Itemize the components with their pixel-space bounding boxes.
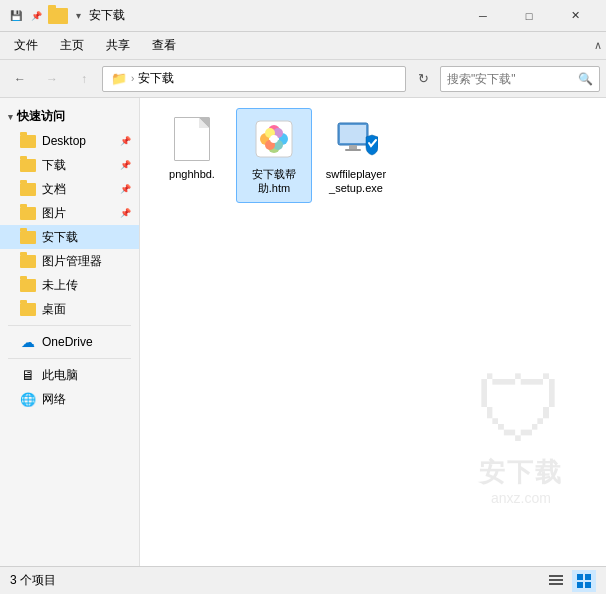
watermark: 🛡 安下载 anxz.com: [476, 365, 566, 506]
svg-rect-18: [577, 574, 583, 580]
file-label-pnghhbd: pnghhbd.: [169, 167, 215, 181]
svg-point-10: [270, 135, 278, 143]
minimize-button[interactable]: ─: [460, 0, 506, 32]
quick-access-header[interactable]: ▾ 快速访问: [0, 104, 139, 129]
sidebar-anxiazai-label: 安下载: [42, 229, 78, 246]
quick-access-label: 快速访问: [17, 108, 65, 125]
sidebar-item-anxiazai[interactable]: 安下载: [0, 225, 139, 249]
menu-file[interactable]: 文件: [4, 33, 48, 58]
sidebar-item-pictures[interactable]: 图片 📌: [0, 201, 139, 225]
sidebar-unuploaded-label: 未上传: [42, 277, 78, 294]
svg-rect-13: [349, 145, 357, 149]
main-area: ▾ 快速访问 Desktop 📌 下载 📌 文档 📌: [0, 98, 606, 566]
view-controls: [544, 570, 596, 592]
file-item-pnghhbd[interactable]: pnghhbd.: [154, 108, 230, 188]
search-input[interactable]: [447, 72, 574, 86]
pin-icon-documents: 📌: [120, 184, 131, 194]
file-area[interactable]: 🛡 安下载 anxz.com pnghhbd.: [140, 98, 606, 566]
menu-home[interactable]: 主页: [50, 33, 94, 58]
watermark-shield-icon: 🛡: [476, 365, 566, 455]
pin-top-icon[interactable]: 📌: [28, 8, 44, 24]
onedrive-icon: ☁: [20, 334, 36, 350]
menu-view[interactable]: 查看: [142, 33, 186, 58]
menu-share[interactable]: 共享: [96, 33, 140, 58]
sidebar-item-downloads[interactable]: 下载 📌: [0, 153, 139, 177]
collapse-icon: ▾: [8, 112, 13, 122]
sidebar-item-network[interactable]: 🌐 网络: [0, 387, 139, 411]
svg-rect-19: [585, 574, 591, 580]
svg-rect-16: [549, 579, 563, 581]
generic-file-icon: [174, 117, 210, 161]
svg-rect-20: [577, 582, 583, 588]
file-icon-exe: [332, 115, 380, 163]
sidebar-onedrive-label: OneDrive: [42, 335, 93, 349]
folder-icon: [48, 8, 68, 24]
sidebar-item-desktop2[interactable]: 桌面: [0, 297, 139, 321]
list-view-button[interactable]: [544, 570, 568, 592]
address-bar: ← → ↑ 📁 › 安下载 ↻ 🔍: [0, 60, 606, 98]
sidebar-picmanager-label: 图片管理器: [42, 253, 102, 270]
save-icon[interactable]: 💾: [8, 8, 24, 24]
close-button[interactable]: ✕: [552, 0, 598, 32]
this-pc-icon: 🖥: [20, 367, 36, 383]
item-count: 3 个项目: [10, 572, 56, 589]
grid-view-button[interactable]: [572, 570, 596, 592]
file-label-exe: swffileplayer_setup.exe: [323, 167, 389, 196]
breadcrumb: 📁 › 安下载: [111, 70, 174, 87]
downloads-folder-icon: [20, 157, 36, 173]
svg-rect-15: [549, 575, 563, 577]
watermark-url: anxz.com: [491, 490, 551, 506]
htm-file-svg: [252, 117, 296, 161]
status-bar: 3 个项目: [0, 566, 606, 594]
forward-button[interactable]: →: [38, 66, 66, 92]
file-item-exe[interactable]: swffileplayer_setup.exe: [318, 108, 394, 203]
file-icon-pnghhbd: [168, 115, 216, 163]
pin-icon-pictures: 📌: [120, 208, 131, 218]
files-grid: pnghhbd.: [154, 108, 592, 203]
svg-rect-17: [549, 583, 563, 585]
sidebar-divider-1: [8, 325, 131, 326]
documents-folder-icon: [20, 181, 36, 197]
expand-icon[interactable]: ∧: [594, 39, 602, 52]
sidebar-divider-2: [8, 358, 131, 359]
unuploaded-folder-icon: [20, 277, 36, 293]
file-icon-htm: [250, 115, 298, 163]
pictures-folder-icon: [20, 205, 36, 221]
file-label-htm: 安下载帮助.htm: [241, 167, 307, 196]
grid-view-icon: [577, 574, 591, 588]
sidebar-item-unuploaded[interactable]: 未上传: [0, 273, 139, 297]
anxiazai-folder-icon: [20, 229, 36, 245]
svg-rect-14: [345, 149, 361, 151]
sidebar-network-label: 网络: [42, 391, 66, 408]
exe-file-svg: [334, 117, 378, 161]
address-path[interactable]: 📁 › 安下载: [102, 66, 406, 92]
sidebar-this-pc-label: 此电脑: [42, 367, 78, 384]
menu-bar: 文件 主页 共享 查看 ∧: [0, 32, 606, 60]
svg-rect-21: [585, 582, 591, 588]
sidebar-item-picmanager[interactable]: 图片管理器: [0, 249, 139, 273]
svg-rect-12: [340, 125, 366, 143]
network-icon: 🌐: [20, 391, 36, 407]
title-bar: 💾 📌 ▾ 安下载 ─ □ ✕: [0, 0, 606, 32]
window-controls: ─ □ ✕: [460, 0, 598, 32]
up-button[interactable]: ↑: [70, 66, 98, 92]
file-item-htm[interactable]: 安下载帮助.htm: [236, 108, 312, 203]
sidebar-pictures-label: 图片: [42, 205, 66, 222]
desktop-folder-icon: [20, 133, 36, 149]
sidebar-documents-label: 文档: [42, 181, 66, 198]
pin-icon-desktop: 📌: [120, 136, 131, 146]
window-title: 安下载: [89, 7, 460, 24]
picmanager-folder-icon: [20, 253, 36, 269]
maximize-button[interactable]: □: [506, 0, 552, 32]
sidebar-item-documents[interactable]: 文档 📌: [0, 177, 139, 201]
search-box: 🔍: [440, 66, 600, 92]
watermark-brand: 安下载: [479, 455, 563, 490]
refresh-button[interactable]: ↻: [410, 66, 436, 92]
pin-icon-downloads: 📌: [120, 160, 131, 170]
sidebar-item-this-pc[interactable]: 🖥 此电脑: [0, 363, 139, 387]
sidebar-item-desktop[interactable]: Desktop 📌: [0, 129, 139, 153]
breadcrumb-folder-icon: 📁: [111, 71, 127, 86]
sidebar: ▾ 快速访问 Desktop 📌 下载 📌 文档 📌: [0, 98, 140, 566]
back-button[interactable]: ←: [6, 66, 34, 92]
sidebar-item-onedrive[interactable]: ☁ OneDrive: [0, 330, 139, 354]
